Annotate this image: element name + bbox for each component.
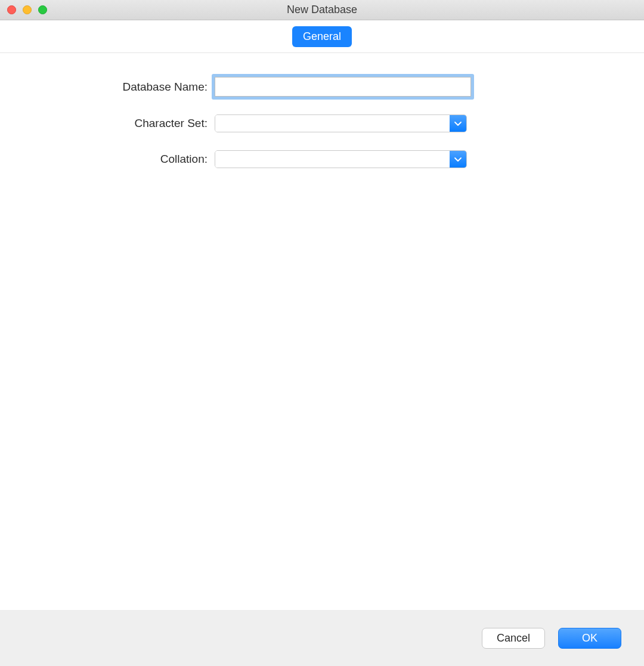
cancel-button[interactable]: Cancel <box>482 628 545 649</box>
label-character-set: Character Set: <box>0 117 215 130</box>
character-set-dropdown-button[interactable] <box>450 115 466 132</box>
collation-select[interactable] <box>215 150 467 168</box>
titlebar: New Database <box>0 0 644 20</box>
ok-button[interactable]: OK <box>558 628 621 649</box>
footer: Cancel OK <box>0 610 644 666</box>
label-database-name: Database Name: <box>0 80 215 94</box>
traffic-lights <box>7 5 47 14</box>
window-title: New Database <box>0 4 644 16</box>
character-set-value <box>215 115 450 132</box>
close-window-button[interactable] <box>7 5 16 14</box>
row-character-set: Character Set: <box>0 114 644 132</box>
chevron-down-icon <box>454 157 462 162</box>
database-name-input-wrap <box>215 77 471 97</box>
database-name-input[interactable] <box>215 77 471 97</box>
minimize-window-button[interactable] <box>23 5 32 14</box>
label-collation: Collation: <box>0 153 215 166</box>
tab-row: General <box>0 20 644 53</box>
tab-general[interactable]: General <box>292 26 352 47</box>
zoom-window-button[interactable] <box>38 5 47 14</box>
chevron-down-icon <box>454 122 462 126</box>
row-database-name: Database Name: <box>0 77 644 97</box>
collation-value <box>215 151 450 168</box>
collation-dropdown-button[interactable] <box>450 151 466 168</box>
row-collation: Collation: <box>0 150 644 168</box>
character-set-select[interactable] <box>215 114 467 132</box>
form-area: Database Name: Character Set: Collation: <box>0 53 644 610</box>
